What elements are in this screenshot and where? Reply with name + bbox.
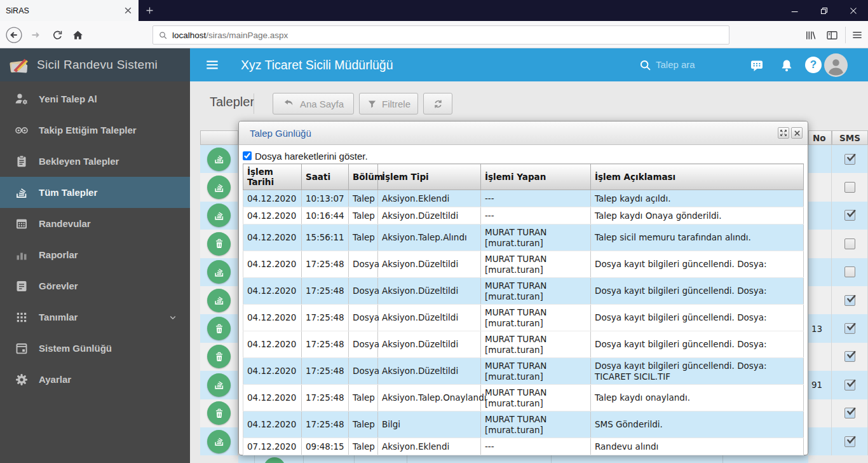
search-input[interactable]: Talep ara bbox=[656, 59, 695, 70]
modal-maximize-button[interactable] bbox=[778, 127, 789, 139]
sidebar-item-person-gear[interactable]: Yeni Talep Al bbox=[0, 83, 190, 114]
menu-hamburger-icon[interactable] bbox=[848, 26, 866, 44]
bg-table-no-cell bbox=[808, 343, 832, 371]
back-button[interactable] bbox=[5, 26, 23, 44]
search-icon[interactable] bbox=[639, 59, 652, 72]
sidebar-item-clipboard[interactable]: Bekleyen Talepler bbox=[0, 146, 190, 177]
cell-description: SMS Gönderildi. bbox=[591, 411, 804, 438]
reload-button[interactable] bbox=[48, 26, 66, 44]
show-file-movements-checkbox[interactable] bbox=[243, 151, 252, 160]
sidebar-item-binoculars[interactable]: Takip Ettiğim Talepler bbox=[0, 114, 190, 146]
cell-description: Talep kaydı onaylandı. bbox=[591, 385, 804, 411]
delete-request-button[interactable] bbox=[207, 401, 231, 425]
cell-type: Bilgi bbox=[378, 411, 481, 438]
log-column-header[interactable]: İşlem Açıklaması bbox=[591, 164, 804, 190]
sms-checkbox[interactable] bbox=[844, 380, 855, 390]
talep-gunlugu-modal: Talep Günlüğü Dosya hareketlerini göster… bbox=[238, 121, 808, 455]
log-column-header[interactable]: İşlemi Yapan bbox=[481, 164, 591, 190]
bg-table-sms-cell bbox=[832, 427, 868, 455]
messages-icon[interactable] bbox=[749, 58, 764, 73]
cell-type: Aksiyon.Düzeltildi bbox=[378, 331, 481, 358]
bg-table-sms-header: SMS bbox=[832, 130, 868, 145]
modal-close-button[interactable] bbox=[791, 127, 803, 139]
delete-request-button[interactable] bbox=[207, 232, 231, 256]
sidebar-item-grid[interactable]: Tanımlar bbox=[0, 301, 190, 333]
sms-checkbox[interactable] bbox=[844, 238, 855, 249]
tab-close-icon[interactable] bbox=[123, 6, 133, 16]
home-page-button[interactable]: Ana Sayfa bbox=[273, 93, 354, 114]
sms-checkbox[interactable] bbox=[844, 210, 855, 221]
help-icon[interactable]: ? bbox=[805, 57, 822, 73]
log-column-header[interactable]: İşlem Tipi bbox=[378, 164, 481, 190]
sms-checkbox[interactable] bbox=[844, 436, 855, 447]
cell-section: Talep bbox=[349, 411, 378, 438]
check-icon bbox=[846, 293, 857, 305]
cell-type: Aksiyon.Düzeltildi bbox=[378, 358, 481, 385]
log-column-header[interactable]: Saati bbox=[302, 164, 349, 190]
stack-icon bbox=[213, 435, 226, 448]
cell-section: Talep bbox=[349, 438, 378, 455]
cell-date: 04.12.2020 bbox=[243, 251, 302, 278]
notifications-bell-icon[interactable] bbox=[779, 58, 794, 73]
browser-titlebar: SiRAS bbox=[0, 0, 868, 21]
cell-date: 04.12.2020 bbox=[243, 358, 302, 385]
request-log-button[interactable] bbox=[207, 430, 231, 453]
bg-table-action-cell bbox=[200, 314, 238, 342]
bg-table-sms-cell bbox=[832, 230, 868, 258]
sidebar-item-bar-chart[interactable]: Raporlar bbox=[0, 239, 190, 270]
request-log-button[interactable] bbox=[207, 289, 231, 312]
refresh-icon bbox=[432, 98, 444, 110]
request-log-button[interactable] bbox=[207, 204, 231, 227]
sidebar-item-calendar-day[interactable]: Sistem Günlüğü bbox=[0, 333, 190, 364]
show-file-movements-label: Dosya hareketlerini göster. bbox=[255, 151, 368, 162]
request-log-button[interactable] bbox=[207, 260, 231, 284]
sms-checkbox[interactable] bbox=[844, 182, 855, 193]
sidebar-item-stack[interactable]: Tüm Talepler bbox=[0, 177, 190, 208]
sms-checkbox[interactable] bbox=[844, 266, 855, 277]
trash-icon bbox=[213, 350, 226, 363]
window-close-button[interactable] bbox=[839, 0, 868, 21]
delete-request-button[interactable] bbox=[207, 317, 231, 340]
check-icon bbox=[846, 321, 857, 333]
request-log-button[interactable] bbox=[207, 373, 231, 397]
user-avatar[interactable] bbox=[824, 53, 848, 77]
sms-checkbox[interactable] bbox=[844, 154, 855, 165]
cell-type: Aksiyon.Eklendi bbox=[378, 190, 481, 207]
modal-header[interactable]: Talep Günlüğü bbox=[239, 121, 808, 145]
toolbar-divider bbox=[254, 93, 254, 114]
sidebar-item-gear[interactable]: Ayarlar bbox=[0, 364, 190, 395]
app-header: Xyz Ticaret Sicili Müdürlüğü Talep ara ? bbox=[190, 48, 868, 81]
sms-checkbox[interactable] bbox=[844, 408, 855, 418]
cell-time: 17:25:48 bbox=[302, 358, 349, 385]
log-table-row: 04.12.202017:25:48TalepAksiyon.Talep.Ona… bbox=[243, 385, 804, 411]
home-button[interactable] bbox=[69, 26, 86, 44]
sidebar-toggle-icon[interactable] bbox=[823, 26, 841, 44]
browser-tab[interactable]: SiRAS bbox=[0, 0, 139, 21]
request-log-button[interactable] bbox=[207, 176, 231, 199]
sms-checkbox[interactable] bbox=[844, 295, 855, 306]
sidebar-item-calendar[interactable]: Randevular bbox=[0, 208, 190, 239]
sms-checkbox[interactable] bbox=[844, 323, 855, 334]
check-icon bbox=[846, 349, 857, 361]
log-table-row: 04.12.202017:25:48TalepBilgiMURAT TURAN … bbox=[243, 411, 804, 438]
sidebar-hamburger-icon[interactable] bbox=[204, 57, 220, 73]
window-restore-button[interactable] bbox=[810, 0, 839, 21]
tab-title: SiRAS bbox=[6, 6, 123, 15]
bg-table-sms-cell bbox=[832, 314, 868, 342]
window-minimize-button[interactable] bbox=[780, 0, 810, 21]
filter-button[interactable]: Filtrele bbox=[359, 93, 418, 114]
sidebar-item-note[interactable]: Görevler bbox=[0, 270, 190, 301]
new-tab-button[interactable] bbox=[139, 0, 160, 21]
log-column-header[interactable]: İşlem Tarihi bbox=[243, 164, 302, 190]
url-bar[interactable]: localhost/siras/mainPage.aspx bbox=[153, 25, 729, 45]
forward-button[interactable] bbox=[27, 26, 44, 44]
request-log-button[interactable] bbox=[207, 148, 231, 171]
library-icon[interactable] bbox=[801, 26, 819, 44]
sidebar-item-label: Tanımlar bbox=[39, 312, 78, 322]
sms-checkbox[interactable] bbox=[844, 351, 855, 362]
bg-table-no-header: No bbox=[808, 130, 832, 145]
delete-request-button[interactable] bbox=[207, 345, 231, 368]
log-table-row: 04.12.202017:25:48DosyaAksiyon.Düzeltild… bbox=[243, 278, 804, 305]
refresh-button[interactable] bbox=[423, 93, 452, 114]
log-column-header[interactable]: Bölüm bbox=[349, 164, 378, 190]
